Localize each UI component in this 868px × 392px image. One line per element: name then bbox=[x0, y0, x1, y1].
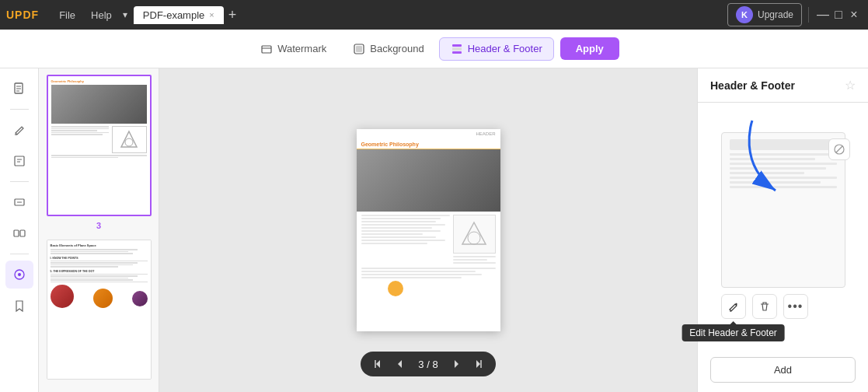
edit-template-button[interactable]: Edit Header & Footer bbox=[721, 294, 746, 319]
thumbnail-page-1[interactable]: Geometric Philosophy bbox=[47, 75, 152, 216]
page-image-area bbox=[357, 149, 500, 212]
right-panel-header: Header & Footer ☆ bbox=[698, 68, 868, 103]
page-decoration-dot bbox=[388, 281, 403, 296]
page-num-1: 3 bbox=[47, 221, 152, 230]
trash-icon bbox=[758, 300, 771, 313]
delete-template-button[interactable] bbox=[752, 294, 777, 319]
thumbnails-panel: Geometric Philosophy bbox=[39, 68, 159, 392]
thumbnail-page-2[interactable]: Basic Elements of Plane Space I. KNOW TH… bbox=[47, 240, 152, 380]
page-figure bbox=[459, 219, 489, 249]
sidebar-sep1 bbox=[10, 109, 29, 110]
more-icon: ••• bbox=[788, 299, 804, 313]
more-options-button[interactable]: ••• bbox=[783, 294, 808, 319]
sidebar-icon-forms[interactable] bbox=[5, 188, 33, 216]
canvas-wrapper: HEADER Geometric Philosophy bbox=[159, 68, 697, 392]
sidebar-icon-bookmark[interactable] bbox=[5, 292, 33, 320]
watermark-tool[interactable]: Watermark bbox=[249, 37, 338, 61]
header-footer-tool[interactable]: Header & Footer bbox=[439, 37, 554, 61]
svg-rect-6 bbox=[452, 47, 462, 51]
annotate-icon bbox=[12, 154, 26, 168]
sidebar-sep3 bbox=[10, 254, 29, 254]
template-card: Edit Header & Footer ••• bbox=[721, 132, 845, 319]
maximize-button[interactable]: □ bbox=[831, 8, 846, 22]
header-footer-icon bbox=[451, 43, 463, 55]
svg-rect-18 bbox=[20, 230, 25, 236]
menu-file[interactable]: File bbox=[51, 6, 83, 24]
canvas-area: HEADER Geometric Philosophy bbox=[159, 68, 697, 392]
svg-rect-12 bbox=[15, 156, 24, 166]
sidebar-sep2 bbox=[10, 181, 29, 182]
page-doc-title: Geometric Philosophy bbox=[361, 142, 419, 147]
active-tab[interactable]: PDF-example × bbox=[134, 6, 224, 24]
close-button[interactable]: × bbox=[846, 8, 862, 22]
page-number-display: 3 / 8 bbox=[412, 359, 444, 370]
template-preview bbox=[721, 132, 845, 288]
tab-close-btn[interactable]: × bbox=[209, 10, 214, 19]
dropdown-arrow[interactable]: ▾ bbox=[123, 9, 127, 20]
svg-rect-5 bbox=[452, 51, 462, 54]
apply-button[interactable]: Apply bbox=[560, 37, 619, 60]
main-content: Geometric Philosophy bbox=[0, 68, 868, 392]
svg-line-29 bbox=[836, 146, 842, 152]
svg-marker-21 bbox=[121, 131, 137, 147]
watermark-icon bbox=[260, 43, 273, 55]
sidebar-icon-annotate[interactable] bbox=[5, 147, 33, 175]
right-panel-title: Header & Footer bbox=[710, 79, 795, 92]
minimize-button[interactable]: — bbox=[815, 8, 831, 22]
next-page-button[interactable] bbox=[449, 356, 465, 372]
pages-icon bbox=[12, 82, 26, 96]
thumb-img-2: Basic Elements of Plane Space I. KNOW TH… bbox=[47, 240, 152, 380]
template-action-buttons: Edit Header & Footer ••• bbox=[721, 294, 845, 319]
tab-area: PDF-example × + bbox=[134, 6, 718, 24]
organize-icon bbox=[12, 226, 26, 240]
page-body-area bbox=[357, 212, 500, 283]
svg-point-20 bbox=[18, 273, 21, 276]
svg-marker-23 bbox=[462, 222, 486, 244]
upgrade-label: Upgrade bbox=[758, 9, 793, 20]
edit-tooltip: Edit Header & Footer bbox=[682, 324, 785, 341]
app-logo: UPDF bbox=[6, 9, 39, 21]
page-title-area: Geometric Philosophy bbox=[357, 138, 500, 149]
sidebar-icon-tools[interactable] bbox=[5, 261, 33, 289]
no-header-icon bbox=[833, 143, 845, 156]
toolbar: Watermark Background Header & Footer App… bbox=[0, 30, 868, 68]
page-header-text: HEADER bbox=[357, 129, 500, 138]
svg-rect-3 bbox=[356, 46, 362, 52]
svg-rect-17 bbox=[14, 230, 19, 236]
last-page-button[interactable] bbox=[469, 356, 485, 372]
template-header-bar bbox=[730, 139, 837, 150]
thumb-img-1: Geometric Philosophy bbox=[47, 75, 152, 216]
svg-point-22 bbox=[125, 138, 133, 146]
right-panel-content: Edit Header & Footer ••• bbox=[698, 103, 868, 348]
main-page-display: HEADER Geometric Philosophy bbox=[357, 129, 500, 331]
avatar: K bbox=[736, 6, 753, 23]
new-tab-button[interactable]: + bbox=[228, 8, 237, 22]
no-header-indicator bbox=[828, 138, 850, 160]
template-body bbox=[722, 153, 845, 188]
bookmark-icon bbox=[12, 299, 26, 313]
thumb-inner-1: Geometric Philosophy bbox=[48, 76, 150, 215]
watermark-label: Watermark bbox=[277, 43, 326, 54]
edit-icon bbox=[12, 123, 26, 137]
forms-icon bbox=[12, 195, 26, 209]
sidebar-icon-pages[interactable] bbox=[5, 75, 33, 103]
tools-icon bbox=[12, 268, 26, 282]
svg-rect-0 bbox=[262, 46, 271, 53]
background-label: Background bbox=[370, 43, 424, 54]
svg-rect-4 bbox=[452, 44, 462, 47]
sidebar-icon-organize[interactable] bbox=[5, 219, 33, 247]
menu-help[interactable]: Help bbox=[83, 6, 120, 24]
sidebar-icon-edit[interactable] bbox=[5, 116, 33, 144]
prev-page-button[interactable] bbox=[392, 356, 407, 372]
header-footer-label: Header & Footer bbox=[468, 43, 542, 54]
upgrade-button[interactable]: K Upgrade bbox=[727, 3, 802, 26]
background-tool[interactable]: Background bbox=[341, 37, 435, 61]
right-panel: Header & Footer ☆ bbox=[697, 68, 868, 392]
divider bbox=[808, 7, 809, 23]
edit-pen-icon bbox=[727, 300, 740, 313]
star-icon[interactable]: ☆ bbox=[845, 78, 856, 93]
first-page-button[interactable] bbox=[371, 356, 387, 372]
navigation-controls: 3 / 8 bbox=[361, 352, 495, 376]
add-button[interactable]: Add bbox=[710, 357, 856, 383]
top-bar: UPDF File Help ▾ PDF-example × + K Upgra… bbox=[0, 0, 868, 30]
